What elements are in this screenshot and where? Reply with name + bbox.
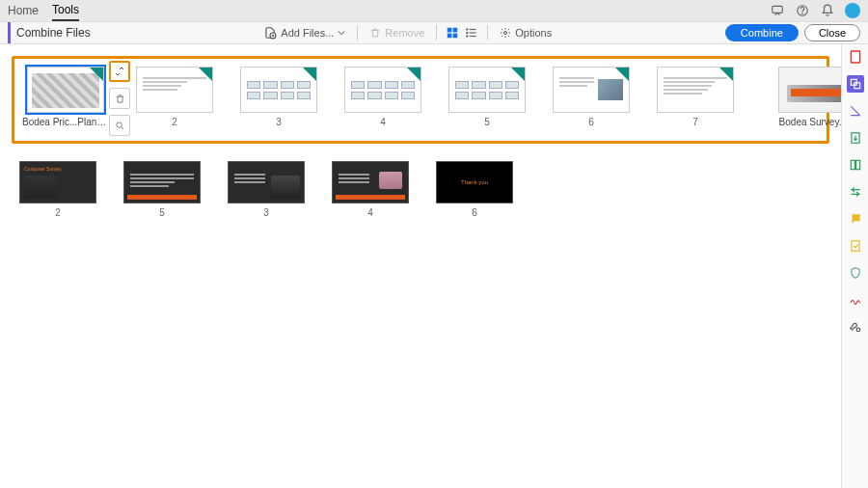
- svg-rect-6: [448, 34, 452, 39]
- thumbnail-content: [351, 81, 415, 99]
- corner-accent: [719, 68, 733, 81]
- rail-fill-sign-icon[interactable]: [847, 237, 864, 255]
- thumbnail[interactable]: [228, 161, 305, 203]
- page-number: 6: [472, 207, 477, 218]
- rail-edit-icon[interactable]: [847, 102, 864, 120]
- page-number: 3: [276, 117, 282, 127]
- toolbar: Combine Files Add Files... Remove Option…: [0, 21, 868, 44]
- options-button[interactable]: Options: [496, 25, 556, 41]
- canvas: Bodea Pric...Plans.pptx 2: [0, 44, 841, 488]
- avatar[interactable]: [845, 3, 860, 18]
- delete-file-button[interactable]: [109, 88, 130, 109]
- divider: [487, 25, 488, 41]
- top-menubar: Home Tools: [0, 0, 868, 21]
- main: Bodea Pric...Plans.pptx 2: [0, 44, 868, 488]
- divider: [357, 25, 358, 41]
- page-item[interactable]: 3: [240, 67, 317, 127]
- page-item[interactable]: 3: [228, 161, 305, 218]
- rail-protect-icon[interactable]: [847, 264, 864, 282]
- thumbnail-photo: [271, 176, 300, 199]
- corner-accent: [199, 68, 212, 81]
- page-item[interactable]: Thank you 6: [436, 161, 513, 218]
- page-number: 4: [367, 207, 373, 218]
- rail-sign-icon[interactable]: [847, 291, 864, 309]
- rail-combine-icon[interactable]: [847, 75, 864, 93]
- thumbnail[interactable]: [240, 67, 317, 113]
- page-item[interactable]: 5: [123, 161, 201, 218]
- page-item[interactable]: 2: [136, 67, 213, 127]
- page-number: 5: [159, 207, 165, 218]
- divider: [436, 25, 437, 41]
- thumbnail[interactable]: [344, 67, 421, 113]
- thumbnail[interactable]: [332, 161, 409, 203]
- help-icon[interactable]: [795, 3, 810, 18]
- thumbnail-content: [130, 172, 194, 189]
- rail-organize-icon[interactable]: [847, 156, 864, 174]
- chat-icon[interactable]: [770, 3, 785, 18]
- corner-accent: [407, 68, 420, 81]
- thumbnail[interactable]: [553, 67, 630, 113]
- rail-comment-icon[interactable]: [847, 210, 864, 228]
- close-button[interactable]: Close: [804, 24, 860, 41]
- thumbnail[interactable]: [136, 67, 213, 113]
- rail-compress-icon[interactable]: [847, 183, 864, 201]
- right-rail: [841, 44, 868, 488]
- menubar-right: [770, 3, 860, 18]
- menu-home[interactable]: Home: [8, 0, 39, 21]
- svg-rect-7: [453, 34, 458, 39]
- thumbnail[interactable]: [448, 67, 526, 113]
- combine-button[interactable]: Combine: [725, 24, 799, 41]
- svg-point-13: [467, 36, 468, 37]
- page-number: 4: [380, 117, 386, 127]
- thumbnail-accent: [336, 195, 405, 200]
- page-item[interactable]: 6: [553, 67, 630, 127]
- page-item[interactable]: Customer Survey 2: [19, 161, 96, 218]
- file-item-presentation[interactable]: Bodea Pric...Plans.pptx: [22, 67, 109, 127]
- bell-icon[interactable]: [820, 3, 835, 18]
- thumbnail-content: [559, 77, 594, 87]
- svg-rect-5: [453, 28, 458, 33]
- zoom-file-button[interactable]: [109, 115, 130, 136]
- thumbnail[interactable]: [657, 67, 734, 113]
- thumbnail[interactable]: [778, 67, 841, 113]
- page-number: 5: [484, 117, 490, 127]
- menu-tools[interactable]: Tools: [52, 0, 79, 21]
- page-item[interactable]: 4: [344, 67, 421, 127]
- view-toggle: [445, 25, 479, 41]
- options-label: Options: [515, 27, 552, 39]
- thumbnail-photo: [598, 79, 623, 100]
- rail-pdf-icon[interactable]: [847, 48, 864, 66]
- thumbnail-content: [455, 81, 519, 99]
- thumbnail-content: [143, 77, 206, 91]
- corner-accent: [615, 68, 629, 81]
- page-number: 3: [263, 207, 269, 218]
- svg-rect-20: [851, 160, 854, 169]
- svg-point-15: [116, 122, 122, 126]
- list-view-button[interactable]: [464, 25, 479, 41]
- page-number: 2: [55, 207, 61, 218]
- thumbnail-band: [791, 89, 841, 96]
- thumbnail-content: [24, 176, 57, 199]
- svg-point-14: [504, 32, 507, 35]
- thumbnail[interactable]: Customer Survey: [19, 161, 96, 203]
- page-item[interactable]: 7: [657, 67, 734, 127]
- grid-view-button[interactable]: [445, 25, 460, 41]
- thumbnail[interactable]: [27, 67, 104, 113]
- menubar-left: Home Tools: [8, 0, 79, 21]
- page-number: 7: [692, 117, 698, 127]
- thumbnail[interactable]: Thank you: [436, 161, 513, 203]
- rail-export-icon[interactable]: [847, 129, 864, 147]
- page-row-2: Customer Survey 2 5 3: [12, 161, 829, 218]
- svg-rect-4: [448, 28, 452, 33]
- file-item-survey[interactable]: Bodea Survey.pdf: [778, 67, 841, 127]
- thumbnail-content: [234, 172, 265, 185]
- page-item[interactable]: 4: [332, 161, 409, 218]
- rail-more-tools-icon[interactable]: [847, 318, 864, 336]
- page-item[interactable]: 5: [448, 67, 526, 127]
- corner-accent: [303, 68, 316, 81]
- expand-pages-button[interactable]: [109, 61, 130, 82]
- hover-controls: [109, 61, 130, 136]
- add-files-button[interactable]: Add Files...: [259, 24, 349, 41]
- remove-button[interactable]: Remove: [366, 25, 428, 41]
- thumbnail[interactable]: [123, 161, 201, 203]
